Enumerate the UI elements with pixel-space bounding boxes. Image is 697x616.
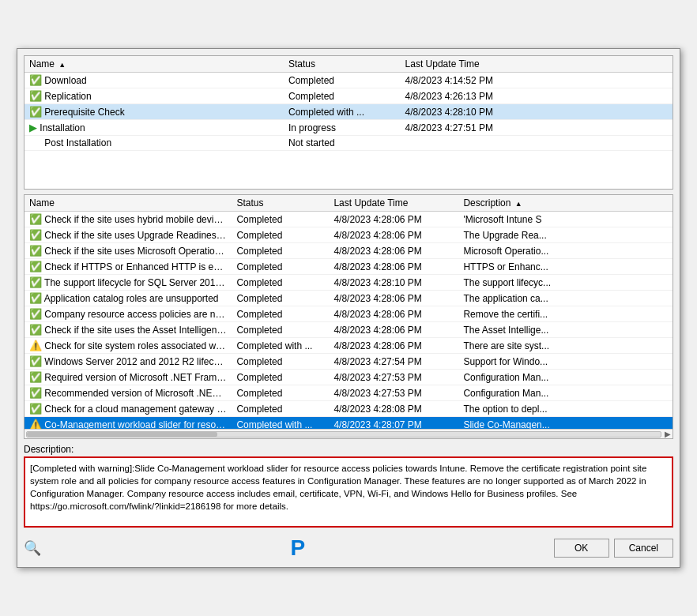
cell-status: Completed (232, 354, 329, 370)
cell-desc: The option to depl... (458, 401, 673, 417)
cancel-button[interactable]: Cancel (614, 539, 673, 558)
table-row[interactable]: ✅ Recommended version of Microsoft .NET … (24, 385, 673, 401)
green-check-icon: ✅ (29, 261, 42, 272)
cell-time: 4/8/2023 4:27:53 PM (329, 370, 458, 385)
cell-name: ⚠️ Check for site system roles associate… (24, 338, 232, 354)
bottom-table: Name Status Last Update Time Description… (24, 195, 673, 429)
top-col-time: Last Update Time (401, 56, 543, 73)
table-row[interactable]: ✅ Prerequisite Check Completed with ... … (24, 104, 673, 120)
cell-status: Completed with ... (232, 417, 329, 430)
green-check-icon: ✅ (29, 387, 42, 399)
cell-name: ▶ Installation (24, 120, 284, 136)
green-check-icon: ✅ (29, 74, 42, 86)
green-check-icon: ✅ (29, 245, 42, 257)
cell-time: 4/8/2023 4:26:13 PM (401, 88, 543, 104)
table-row[interactable]: ✅ Download Completed 4/8/2023 4:14:52 PM (24, 73, 673, 88)
top-col-name: Name ▲ (24, 56, 284, 73)
table-row[interactable]: ✅ Company resource access policies are n… (24, 306, 673, 322)
cell-name: ✅ Company resource access policies are n… (24, 306, 232, 322)
cell-name: ✅ The support lifecycle for SQL Server 2… (24, 275, 232, 291)
table-row[interactable]: ✅ Check if the site uses hybrid mobile d… (24, 212, 673, 227)
bottom-bar: 🔍 P OK Cancel (24, 532, 673, 561)
bot-col-desc: Description ▲ (458, 195, 673, 212)
cell-status: Completed (232, 370, 329, 385)
cell-status: Completed with ... (232, 338, 329, 354)
cell-time: 4/8/2023 4:28:06 PM (329, 322, 458, 338)
cell-desc: The application ca... (458, 291, 673, 306)
table-row[interactable]: ✅ Check if the site uses Microsoft Opera… (24, 243, 673, 259)
cell-time: 4/8/2023 4:28:07 PM (329, 417, 458, 430)
table-row[interactable]: ✅ The support lifecycle for SQL Server 2… (24, 275, 673, 291)
cell-desc: Slide Co-Managen... (458, 417, 673, 430)
cell-name: ✅ Check if HTTPS or Enhanced HTTP is ena… (24, 259, 232, 275)
warning-icon: ⚠️ (29, 340, 42, 351)
cell-time: 4/8/2023 4:28:06 PM (329, 259, 458, 275)
cell-time: 4/8/2023 4:28:10 PM (329, 275, 458, 291)
cell-name: ✅ Check if the site uses the Asset Intel… (24, 322, 232, 338)
bottom-left: 🔍 (24, 539, 41, 557)
desc-sort-arrow: ▲ (515, 200, 522, 208)
green-check-icon: ✅ (29, 276, 42, 288)
description-text: [Completed with warning]:Slide Co-Manage… (24, 456, 673, 528)
table-row[interactable]: Post Installation Not started (24, 136, 673, 151)
description-section: Description: [Completed with warning]:Sl… (24, 444, 673, 528)
cell-desc: Configuration Man... (458, 370, 673, 385)
cell-status: Completed (232, 401, 329, 417)
cell-extra (543, 136, 673, 151)
cell-status: Completed (232, 259, 329, 275)
top-col-extra (543, 56, 673, 73)
bottom-center: P (41, 535, 554, 561)
top-table: Name ▲ Status Last Update Time ✅ Downloa… (24, 56, 673, 151)
green-check-icon: ✅ (29, 371, 42, 383)
cell-time: 4/8/2023 4:28:06 PM (329, 243, 458, 259)
bot-col-name: Name (24, 195, 232, 212)
play-icon: ▶ (29, 122, 37, 133)
scroll-right-arrow[interactable]: ▶ (665, 430, 671, 438)
table-row[interactable]: ✅ Required version of Microsoft .NET Fra… (24, 370, 673, 385)
table-row[interactable]: ✅ Windows Server 2012 and 2012 R2 lifecy… (24, 354, 673, 370)
bot-col-status: Status (232, 195, 329, 212)
cell-desc: Support for Windo... (458, 354, 673, 370)
green-check-icon: ✅ (29, 308, 42, 320)
cell-extra (543, 88, 673, 104)
cell-desc: 'Microsoft Intune S (458, 212, 673, 227)
table-row[interactable]: ✅ Check if the site uses Upgrade Readine… (24, 227, 673, 243)
cell-status: Completed (284, 88, 401, 104)
cell-desc: There are site syst... (458, 338, 673, 354)
green-check-icon: ✅ (29, 355, 42, 367)
table-row[interactable]: ⚠️ Check for site system roles associate… (24, 338, 673, 354)
cell-time: 4/8/2023 4:28:06 PM (329, 291, 458, 306)
cell-desc: HTTPS or Enhanc... (458, 259, 673, 275)
cell-status: Completed (232, 243, 329, 259)
table-row[interactable]: ▶ Installation In progress 4/8/2023 4:27… (24, 120, 673, 136)
table-row[interactable]: ✅ Check for a cloud management gateway (… (24, 401, 673, 417)
green-check-icon: ✅ (29, 292, 42, 304)
table-row[interactable]: ⚠️ Co-Management workload slider for res… (24, 417, 673, 430)
cell-extra (543, 120, 673, 136)
green-check-icon: ✅ (29, 324, 42, 336)
cell-time: 4/8/2023 4:28:10 PM (401, 104, 543, 120)
cell-desc: The Asset Intellige... (458, 322, 673, 338)
bottom-right: OK Cancel (554, 539, 673, 558)
cell-time: 4/8/2023 4:14:52 PM (401, 73, 543, 88)
cell-time: 4/8/2023 4:27:53 PM (329, 385, 458, 401)
cell-status: Completed (284, 73, 401, 88)
top-table-panel: Name ▲ Status Last Update Time ✅ Downloa… (24, 55, 673, 190)
ok-button[interactable]: OK (554, 539, 609, 558)
cell-desc: Microsoft Operatio... (458, 243, 673, 259)
table-row[interactable]: ✅ Check if the site uses the Asset Intel… (24, 322, 673, 338)
green-check-icon: ✅ (29, 213, 42, 225)
table-row[interactable]: ✅ Replication Completed 4/8/2023 4:26:13… (24, 88, 673, 104)
cell-desc: The Upgrade Rea... (458, 227, 673, 243)
p-logo: P (290, 535, 304, 561)
table-row[interactable]: ✅ Check if HTTPS or Enhanced HTTP is ena… (24, 259, 673, 275)
cell-time: 4/8/2023 4:28:06 PM (329, 227, 458, 243)
cell-desc: The support lifecyc... (458, 275, 673, 291)
cell-extra (543, 73, 673, 88)
bottom-table-panel: Name Status Last Update Time Description… (24, 194, 673, 439)
cell-status: In progress (284, 120, 401, 136)
warning-icon: ⚠️ (29, 419, 42, 429)
green-check-icon: ✅ (29, 106, 42, 118)
cell-status: Completed (232, 322, 329, 338)
table-row[interactable]: ✅ Application catalog roles are unsuppor… (24, 291, 673, 306)
